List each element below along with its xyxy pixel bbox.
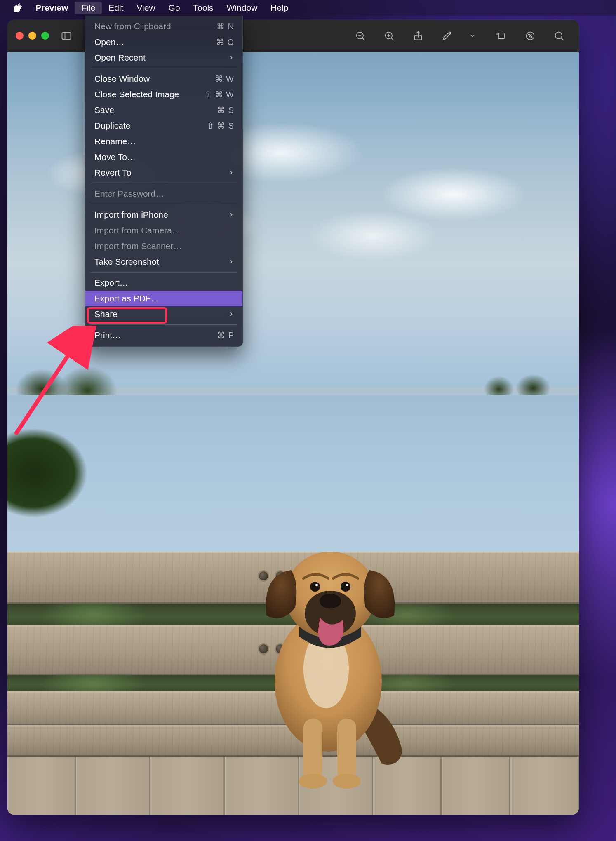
file-menu-export[interactable]: Export… [85,275,242,291]
file-menu-open[interactable]: Open…⌘ O [85,34,242,50]
svg-point-10 [449,32,451,34]
app-name[interactable]: Preview [29,2,75,14]
menu-item-shortcut: ⌘ O [216,37,234,47]
chevron-right-icon [228,210,234,220]
svg-point-13 [529,34,530,35]
file-menu-import-from-iphone[interactable]: Import from iPhone [85,207,242,223]
file-menu-close-window[interactable]: Close Window⌘ W [85,71,242,87]
menu-window[interactable]: Window [220,2,264,14]
macos-menubar: Preview FileEditViewGoToolsWindowHelp [0,0,616,16]
menu-item-label: Import from iPhone [94,210,228,220]
svg-point-14 [531,36,532,38]
menu-item-label: Duplicate [94,121,207,131]
svg-rect-11 [498,33,504,39]
menu-separator [90,183,237,183]
menu-separator [90,324,237,325]
menu-separator [90,204,237,204]
minimize-window-button[interactable] [28,32,36,40]
svg-line-16 [561,38,563,40]
menu-separator [90,68,237,68]
menu-edit[interactable]: Edit [102,2,130,14]
file-menu-import-from-scanner: Import from Scanner… [85,238,242,254]
chevron-right-icon [228,309,234,319]
menu-item-label: Take Screenshot [94,257,228,267]
file-menu-revert-to[interactable]: Revert To [85,165,242,181]
zoom-in-button[interactable] [378,26,401,45]
menu-item-label: Rename… [94,136,234,146]
menu-item-label: Print… [94,330,217,340]
menu-item-label: Export as PDF… [94,294,234,303]
menu-view[interactable]: View [130,2,162,14]
svg-rect-0 [62,32,71,39]
menu-item-shortcut: ⇧ ⌘ W [205,89,234,99]
sidebar-toggle-button[interactable] [55,26,78,45]
menu-item-label: Import from Camera… [94,226,234,235]
menu-item-shortcut: ⌘ N [216,21,234,31]
menu-item-label: Close Window [94,74,215,84]
share-button[interactable] [407,26,430,45]
chevron-right-icon [228,257,234,267]
menu-file[interactable]: File [75,2,102,14]
menu-item-label: Share [94,309,228,319]
menu-item-shortcut: ⇧ ⌘ S [207,121,234,131]
menu-tools[interactable]: Tools [187,2,220,14]
markup-button[interactable] [435,26,458,45]
window-controls [16,32,49,40]
menu-separator [90,272,237,273]
menu-item-label: Import from Scanner… [94,241,234,251]
file-menu-new-from-clipboard: New from Clipboard⌘ N [85,19,242,34]
close-window-button[interactable] [16,32,24,40]
file-menu-rename[interactable]: Rename… [85,134,242,149]
menu-item-label: Enter Password… [94,189,234,199]
menu-item-shortcut: ⌘ W [215,74,234,84]
menu-item-label: Export… [94,278,234,288]
file-menu-save[interactable]: Save⌘ S [85,102,242,118]
menu-item-label: Open… [94,37,216,47]
svg-point-15 [555,32,562,38]
markup-more-button[interactable] [461,26,484,45]
file-menu-export-as-pdf[interactable]: Export as PDF… [85,291,242,306]
menu-item-label: Open Recent [94,53,228,63]
menu-item-shortcut: ⌘ P [217,330,234,340]
file-menu-move-to[interactable]: Move To… [85,149,242,165]
menu-item-label: Close Selected Image [94,89,205,99]
file-menu-share[interactable]: Share [85,306,242,322]
file-menu-close-selected-image[interactable]: Close Selected Image⇧ ⌘ W [85,87,242,102]
file-menu-enter-password: Enter Password… [85,186,242,202]
menu-item-label: Move To… [94,152,234,162]
highlight-button[interactable] [519,26,542,45]
file-menu-duplicate[interactable]: Duplicate⇧ ⌘ S [85,118,242,134]
menu-item-label: Revert To [94,168,228,178]
rotate-button[interactable] [490,26,513,45]
search-button[interactable] [548,26,571,45]
svg-line-3 [362,38,364,40]
menu-go[interactable]: Go [162,2,187,14]
file-menu-import-from-camera: Import from Camera… [85,223,242,238]
svg-line-6 [391,38,393,40]
menu-item-label: New from Clipboard [94,21,216,31]
menu-item-label: Save [94,105,217,115]
chevron-right-icon [228,53,234,63]
zoom-window-button[interactable] [41,32,49,40]
file-menu-dropdown: New from Clipboard⌘ NOpen…⌘ OOpen Recent… [85,16,243,347]
file-menu-open-recent[interactable]: Open Recent [85,50,242,66]
menu-help[interactable]: Help [264,2,295,14]
zoom-out-button[interactable] [349,26,372,45]
chevron-right-icon [228,168,234,178]
file-menu-print[interactable]: Print…⌘ P [85,327,242,343]
apple-menu[interactable] [7,2,29,14]
menu-item-shortcut: ⌘ S [217,105,234,115]
file-menu-take-screenshot[interactable]: Take Screenshot [85,254,242,270]
